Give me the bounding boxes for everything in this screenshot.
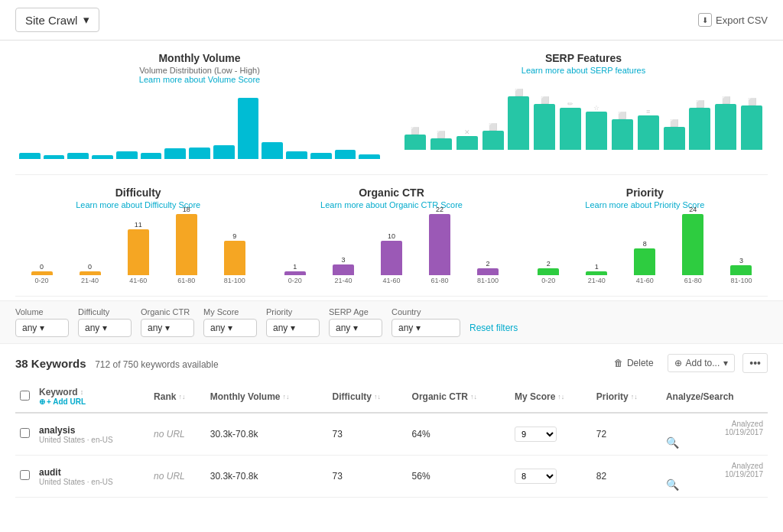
- monthly-volume-value: 30.3k-70.8k: [210, 429, 258, 440]
- reset-filters-button[interactable]: Reset filters: [469, 323, 518, 333]
- volume-filter-select[interactable]: any ▾: [15, 319, 69, 337]
- bar-count: 0: [88, 263, 92, 271]
- monthly-volume-link[interactable]: Learn more about Volume Score: [15, 75, 384, 84]
- site-crawl-dropdown[interactable]: Site Crawl ▾: [15, 8, 99, 32]
- row-checkbox[interactable]: [20, 470, 30, 480]
- bar-label: 61-80: [684, 277, 702, 284]
- bar-label: 81-100: [477, 277, 499, 284]
- organic-ctr-dropdown-icon: ▾: [165, 323, 170, 333]
- priority-column-header[interactable]: Priority ↑↓: [592, 381, 661, 413]
- priority-filter-select[interactable]: any ▾: [266, 319, 320, 337]
- bar-label: 21-40: [588, 277, 606, 284]
- score-sort-icon[interactable]: ↑↓: [557, 393, 564, 401]
- bar-group: [335, 150, 356, 159]
- difficulty-value: 73: [333, 429, 343, 440]
- bar-group: [67, 153, 89, 159]
- top-charts-section: Monthly Volume Volume Distribution (Low …: [0, 41, 783, 170]
- bar-count: 18: [183, 206, 190, 213]
- row-checkbox[interactable]: [20, 428, 30, 438]
- select-all-checkbox-header[interactable]: [15, 381, 34, 413]
- my-score-filter-select[interactable]: any ▾: [203, 319, 257, 337]
- bar-count: 3: [739, 257, 743, 264]
- analyze-search-cell: Analyzed10/19/2017 🔍: [661, 413, 768, 456]
- diff-sort-icon[interactable]: ↑↓: [374, 393, 381, 401]
- row-checkbox-cell[interactable]: [15, 413, 34, 456]
- serp-icon: ⬜: [515, 89, 523, 96]
- filters-section: Volume any ▾ Difficulty any ▾ Organic CT…: [0, 300, 783, 344]
- organic-ctr-link[interactable]: Learn more about Organic CTR Score: [268, 200, 514, 209]
- organic-ctr-filter: Organic CTR any ▾: [141, 307, 194, 337]
- bar: [741, 105, 762, 150]
- bar: [213, 145, 235, 159]
- add-url-label: + Add URL: [47, 397, 86, 406]
- serp-age-filter-select[interactable]: any ▾: [329, 319, 382, 337]
- delete-button[interactable]: 🗑 Delete: [608, 355, 660, 371]
- my-score-select[interactable]: 8: [515, 469, 557, 484]
- keywords-header: 38 Keywords 712 of 750 keywords availabl…: [15, 353, 768, 373]
- bottom-charts-section: Difficulty Learn more about Difficulty S…: [0, 179, 783, 292]
- my-score-cell[interactable]: 9: [510, 413, 592, 456]
- bar-group: 8 41-60: [622, 240, 668, 284]
- organic-ctr-value: 64%: [412, 429, 430, 440]
- keywords-actions: 🗑 Delete ⊕ Add to... ▾ •••: [608, 353, 768, 373]
- bar: [634, 248, 655, 275]
- add-to-button[interactable]: ⊕ Add to... ▾: [668, 354, 736, 372]
- bar-group: ≡: [636, 108, 661, 150]
- bar: [538, 268, 559, 275]
- analyzed-text: Analyzed10/19/2017: [666, 420, 763, 436]
- serp-features-link[interactable]: Learn more about SERP features: [399, 66, 768, 75]
- priority-sort-icon[interactable]: ↑↓: [631, 393, 638, 401]
- priority-link[interactable]: Learn more about Priority Score: [522, 200, 768, 209]
- add-to-label: Add to...: [686, 358, 720, 368]
- bar-group: [44, 155, 65, 159]
- difficulty-link[interactable]: Learn more about Difficulty Score: [15, 200, 261, 209]
- difficulty-bars: 0 0-20 0 21-40 11 41-60 18 61-80 9: [15, 216, 261, 284]
- bar-count: 8: [643, 240, 647, 248]
- bar-group: 2 0-20: [526, 260, 571, 284]
- row-checkbox-cell[interactable]: [15, 456, 34, 498]
- bar: [381, 241, 402, 275]
- ctr-sort-icon[interactable]: ↑↓: [470, 393, 477, 401]
- bar: [508, 96, 529, 150]
- add-url-button[interactable]: ⊕ + Add URL: [39, 397, 145, 406]
- trash-icon: 🗑: [614, 358, 623, 368]
- mv-sort-icon[interactable]: ↑↓: [283, 393, 290, 401]
- organic-ctr-filter-select[interactable]: any ▾: [141, 319, 194, 337]
- serp-icon: ⬜: [722, 96, 730, 104]
- bar-group: 3 21-40: [320, 256, 366, 284]
- volume-dropdown-icon: ▾: [40, 323, 44, 333]
- organic-ctr-cell: 64%: [408, 413, 510, 456]
- bar-count: 24: [689, 206, 697, 213]
- difficulty-column-header[interactable]: Difficulty ↑↓: [328, 381, 408, 413]
- rank-value: no URL: [154, 429, 185, 440]
- rank-column-header[interactable]: Rank ↑↓: [149, 381, 206, 413]
- my-score-select[interactable]: 9: [515, 427, 557, 442]
- serp-features-bars: ⬜ ⬜ ✕ ⬜ ⬜ ⬜ ✏: [399, 81, 768, 150]
- select-all-checkbox[interactable]: [20, 391, 30, 401]
- export-icon: ⬇: [698, 13, 712, 27]
- organic-ctr-column-header[interactable]: Organic CTR ↑↓: [408, 381, 510, 413]
- my-score-cell[interactable]: 8: [510, 456, 592, 498]
- table-row: audit United States · en-US no URL 30.3k…: [15, 456, 768, 498]
- search-icon[interactable]: 🔍: [666, 478, 679, 491]
- priority-title: Priority: [522, 187, 768, 199]
- bar-label: 81-100: [730, 277, 752, 284]
- export-csv-button[interactable]: ⬇ Export CSV: [698, 13, 768, 27]
- priority-dropdown-icon: ▾: [291, 323, 295, 333]
- country-filter-select[interactable]: any ▾: [392, 319, 460, 337]
- divider: [15, 174, 768, 175]
- search-icon[interactable]: 🔍: [666, 436, 679, 449]
- bar-group: [359, 154, 380, 159]
- rank-sort-icon[interactable]: ↑↓: [178, 393, 185, 401]
- difficulty-filter: Difficulty any ▾: [78, 307, 132, 337]
- bar-group: 3 81-100: [719, 257, 764, 284]
- more-options-button[interactable]: •••: [742, 353, 768, 373]
- my-score-column-header[interactable]: My Score ↑↓: [510, 381, 592, 413]
- bar-group: ⬜: [429, 131, 453, 150]
- bar-label: 41-60: [129, 277, 147, 284]
- difficulty-filter-select[interactable]: any ▾: [78, 319, 132, 337]
- keyword-sort-icon[interactable]: ↕: [80, 388, 84, 396]
- monthly-volume-column-header[interactable]: Monthly Volume ↑↓: [206, 381, 328, 413]
- bar-group: [286, 151, 307, 159]
- monthly-volume-bars: [15, 90, 384, 159]
